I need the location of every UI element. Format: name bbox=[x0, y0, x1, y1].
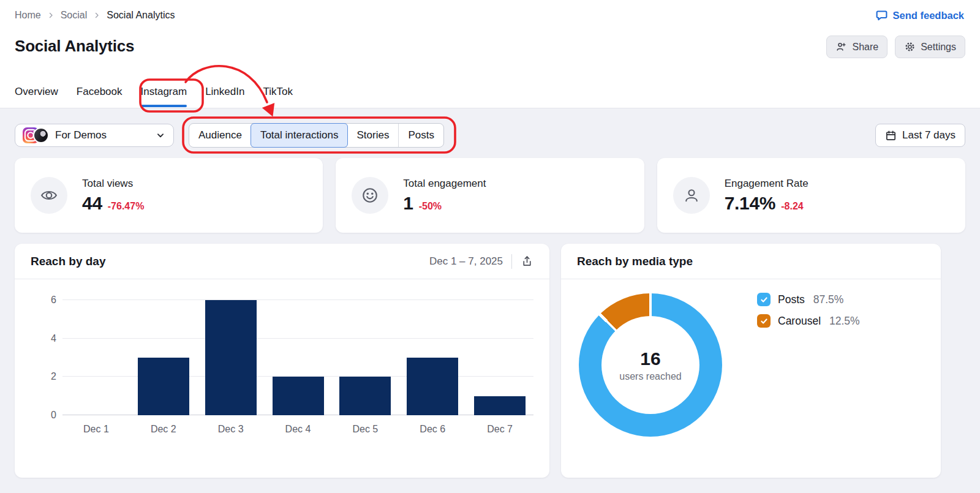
x-tick-label: Dec 4 bbox=[265, 424, 332, 435]
social-analytics-page: Home Social Social Analytics Send feedba… bbox=[0, 0, 980, 493]
x-tick-label: Dec 1 bbox=[62, 424, 130, 435]
date-range-button[interactable]: Last 7 days bbox=[875, 124, 965, 147]
tab-tiktok[interactable]: TikTok bbox=[263, 86, 293, 107]
send-feedback-link[interactable]: Send feedback bbox=[875, 9, 964, 22]
posts-checkbox[interactable] bbox=[757, 293, 771, 306]
bar-dec-6[interactable] bbox=[407, 358, 458, 415]
reach-by-media-title: Reach by media type bbox=[577, 255, 693, 268]
bar-dec-3[interactable] bbox=[205, 300, 257, 415]
reach-by-day-title: Reach by day bbox=[31, 255, 106, 268]
gear-icon bbox=[904, 41, 916, 53]
metric-change: -50% bbox=[419, 201, 442, 212]
header-divider bbox=[511, 254, 512, 269]
bar-dec-7[interactable] bbox=[474, 396, 526, 415]
profile-selector[interactable]: For Demos bbox=[15, 124, 174, 147]
legend-label: Carousel bbox=[778, 315, 821, 328]
donut-center-value: 16 bbox=[640, 348, 660, 369]
segment-total-interactions[interactable]: Total interactions bbox=[251, 123, 349, 148]
donut-legend: Posts 87.5% Carousel 12.5% bbox=[757, 293, 860, 328]
donut-center: 16 users reached bbox=[601, 316, 699, 414]
metric-label: Engagement Rate bbox=[725, 178, 809, 190]
breadcrumb-home[interactable]: Home bbox=[15, 10, 41, 21]
settings-button[interactable]: Settings bbox=[895, 36, 965, 58]
person-icon bbox=[673, 177, 710, 214]
y-tick-label: 6 bbox=[34, 295, 56, 306]
bar-column bbox=[265, 300, 332, 415]
platform-tabs: Overview Facebook Instagram LinkedIn Tik… bbox=[15, 86, 293, 107]
legend-value: 12.5% bbox=[829, 315, 860, 328]
segment-stories[interactable]: Stories bbox=[347, 124, 398, 147]
tab-overview[interactable]: Overview bbox=[15, 86, 58, 107]
engagement-rate-card: Engagement Rate 7.14% -8.24 bbox=[657, 158, 965, 233]
bar-dec-5[interactable] bbox=[339, 377, 391, 415]
bar-column bbox=[399, 300, 466, 415]
metric-value: 1 bbox=[403, 193, 413, 214]
reach-by-day-x-axis: Dec 1Dec 2Dec 3Dec 4Dec 5Dec 6Dec 7 bbox=[62, 424, 533, 435]
chart-date-range: Dec 1 – 7, 2025 bbox=[429, 255, 503, 268]
y-tick-label: 0 bbox=[34, 410, 56, 421]
reach-donut-chart[interactable]: 16 users reached bbox=[579, 293, 722, 437]
avatar bbox=[33, 127, 49, 143]
bar-column bbox=[197, 300, 265, 415]
legend-label: Posts bbox=[778, 293, 805, 306]
page-title: Social Analytics bbox=[15, 37, 134, 56]
chevron-down-icon bbox=[155, 130, 166, 141]
metric-label: Total views bbox=[82, 178, 144, 190]
smiley-icon bbox=[352, 177, 388, 214]
y-tick-label: 4 bbox=[34, 333, 56, 344]
breadcrumb: Home Social Social Analytics bbox=[15, 10, 175, 21]
tab-instagram[interactable]: Instagram bbox=[141, 86, 187, 107]
eye-icon bbox=[31, 177, 67, 214]
legend-value: 87.5% bbox=[813, 293, 844, 306]
metric-value: 7.14% bbox=[725, 193, 776, 214]
x-tick-label: Dec 2 bbox=[130, 424, 197, 435]
share-button[interactable]: Share bbox=[826, 36, 888, 58]
carousel-checkbox[interactable] bbox=[757, 314, 771, 328]
x-tick-label: Dec 5 bbox=[331, 424, 399, 435]
metric-label: Total engagement bbox=[403, 178, 486, 190]
y-tick-label: 2 bbox=[34, 371, 56, 382]
share-button-label: Share bbox=[852, 42, 878, 53]
send-feedback-label: Send feedback bbox=[893, 10, 964, 21]
bar-column bbox=[130, 300, 197, 415]
tab-linkedin[interactable]: LinkedIn bbox=[205, 86, 244, 107]
legend-item-carousel: Carousel 12.5% bbox=[757, 314, 860, 328]
speech-bubble-icon bbox=[875, 9, 888, 22]
profile-selector-label: For Demos bbox=[55, 129, 107, 141]
total-views-card: Total views 44 -76.47% bbox=[15, 158, 323, 233]
date-range-label: Last 7 days bbox=[902, 129, 956, 141]
metric-value: 44 bbox=[82, 193, 102, 214]
bar-column bbox=[62, 300, 130, 415]
bar-column bbox=[466, 300, 533, 415]
breadcrumb-chevron-icon bbox=[47, 12, 55, 19]
reach-by-day-plot: 0246 bbox=[62, 300, 533, 415]
settings-button-label: Settings bbox=[921, 42, 956, 53]
header-actions: Share Settings bbox=[826, 36, 965, 58]
export-icon[interactable] bbox=[521, 255, 533, 268]
segment-audience[interactable]: Audience bbox=[189, 124, 251, 147]
breadcrumb-current: Social Analytics bbox=[107, 10, 175, 21]
x-tick-label: Dec 3 bbox=[197, 424, 265, 435]
segment-posts[interactable]: Posts bbox=[398, 124, 443, 147]
bar-column bbox=[331, 300, 399, 415]
person-plus-icon bbox=[835, 41, 847, 53]
legend-item-posts: Posts 87.5% bbox=[757, 293, 860, 306]
metric-change: -8.24 bbox=[781, 201, 803, 212]
metric-cards-row: Total views 44 -76.47% Total engagement … bbox=[15, 158, 965, 233]
x-tick-label: Dec 6 bbox=[399, 424, 466, 435]
calendar-icon bbox=[885, 130, 897, 141]
donut-center-label: users reached bbox=[619, 371, 681, 382]
bar-dec-2[interactable] bbox=[138, 358, 189, 415]
bar-dec-4[interactable] bbox=[273, 377, 324, 415]
bars-container bbox=[62, 300, 533, 415]
tab-facebook[interactable]: Facebook bbox=[77, 86, 123, 107]
breadcrumb-social[interactable]: Social bbox=[61, 10, 88, 21]
metric-change: -76.47% bbox=[108, 201, 145, 212]
reach-by-media-card: Reach by media type 16 users reached Pos… bbox=[561, 244, 941, 478]
total-engagement-card: Total engagement 1 -50% bbox=[336, 158, 644, 233]
x-tick-label: Dec 7 bbox=[466, 424, 533, 435]
reach-by-day-card: Reach by day Dec 1 – 7, 2025 0246 Dec 1D… bbox=[15, 244, 549, 478]
report-segmented-control: Audience Total interactions Stories Post… bbox=[189, 123, 444, 148]
breadcrumb-chevron-icon bbox=[93, 12, 100, 19]
